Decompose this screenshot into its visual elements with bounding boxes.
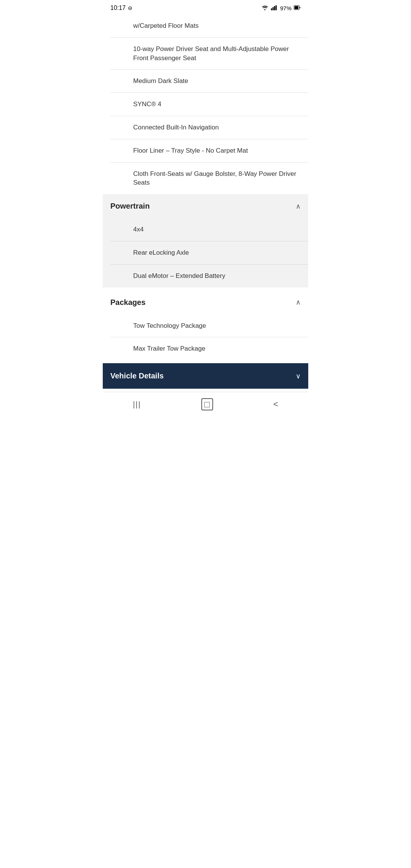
status-time: 10:17 ⊖ bbox=[110, 5, 132, 11]
back-icon[interactable]: < bbox=[273, 399, 278, 409]
packages-title: Packages bbox=[110, 298, 145, 307]
signal-icon bbox=[271, 5, 278, 11]
svg-rect-0 bbox=[271, 8, 272, 10]
list-item: Rear eLocking Axle bbox=[103, 241, 308, 264]
menu-icon[interactable]: ||| bbox=[133, 400, 141, 409]
vehicle-details-title: Vehicle Details bbox=[110, 372, 164, 380]
status-bar: 10:17 ⊖ 97% bbox=[103, 0, 308, 14]
battery-text: 97% bbox=[280, 5, 292, 11]
battery-icon bbox=[294, 5, 301, 11]
packages-section: Packages ∧ Tow Technology Package Max Tr… bbox=[103, 290, 308, 361]
list-item: Cloth Front-Seats w/ Gauge Bolster, 8-Wa… bbox=[103, 163, 308, 195]
list-item: Max Trailer Tow Package bbox=[103, 337, 308, 360]
svg-rect-5 bbox=[295, 6, 298, 9]
powertrain-section: Powertrain ∧ 4x4 Rear eLocking Axle Dual… bbox=[103, 194, 308, 287]
list-item: SYNC® 4 bbox=[103, 93, 308, 116]
list-item: Medium Dark Slate bbox=[103, 70, 308, 93]
list-item: Tow Technology Package bbox=[103, 314, 308, 337]
svg-rect-3 bbox=[276, 5, 277, 10]
packages-header[interactable]: Packages ∧ bbox=[103, 290, 308, 314]
feature-list: w/Carpeted Floor Mats 10-way Power Drive… bbox=[103, 14, 308, 194]
time-display: 10:17 bbox=[110, 5, 126, 11]
vehicle-details-chevron: ∨ bbox=[296, 372, 301, 380]
wifi-icon bbox=[261, 5, 269, 11]
list-item: Floor Liner – Tray Style - No Carpet Mat bbox=[103, 139, 308, 162]
dnd-icon: ⊖ bbox=[128, 5, 132, 11]
powertrain-header[interactable]: Powertrain ∧ bbox=[103, 194, 308, 218]
powertrain-chevron: ∧ bbox=[296, 202, 301, 211]
list-item: Connected Built-In Navigation bbox=[103, 116, 308, 139]
svg-rect-1 bbox=[272, 7, 274, 10]
svg-rect-2 bbox=[274, 6, 275, 10]
packages-chevron: ∧ bbox=[296, 298, 301, 306]
list-item: w/Carpeted Floor Mats bbox=[103, 14, 308, 37]
status-icons: 97% bbox=[261, 5, 301, 11]
nav-bar: ||| □ < bbox=[103, 392, 308, 418]
packages-body: Tow Technology Package Max Trailer Tow P… bbox=[103, 314, 308, 361]
list-item: 10-way Power Driver Seat and Multi-Adjus… bbox=[103, 38, 308, 70]
vehicle-details-section[interactable]: Vehicle Details ∨ bbox=[103, 363, 308, 389]
powertrain-body: 4x4 Rear eLocking Axle Dual eMotor – Ext… bbox=[103, 218, 308, 287]
main-content: w/Carpeted Floor Mats 10-way Power Drive… bbox=[103, 14, 308, 389]
list-item: Dual eMotor – Extended Battery bbox=[103, 265, 308, 287]
list-item: 4x4 bbox=[103, 218, 308, 241]
powertrain-title: Powertrain bbox=[110, 202, 150, 211]
home-icon[interactable]: □ bbox=[201, 398, 213, 410]
